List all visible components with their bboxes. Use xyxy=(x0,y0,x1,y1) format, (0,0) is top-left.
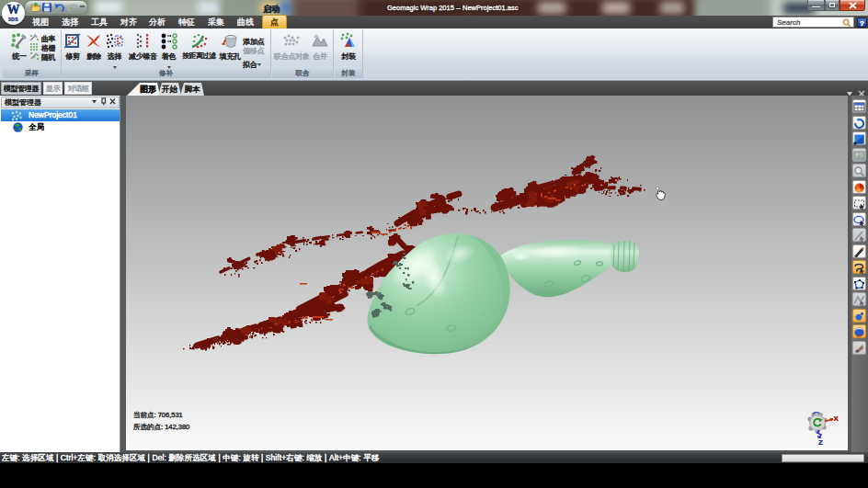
svg-text:X: X xyxy=(834,414,839,423)
svg-text:Z: Z xyxy=(818,438,823,447)
